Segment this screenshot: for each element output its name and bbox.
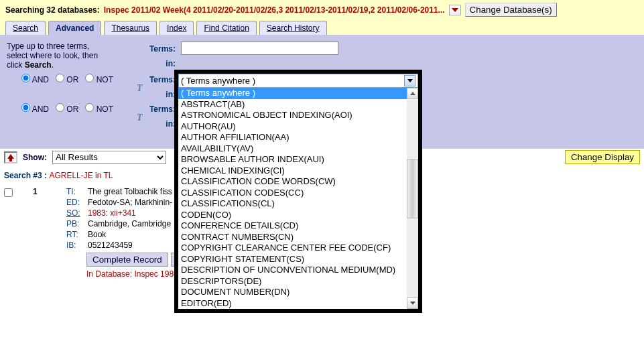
dropdown-option[interactable]: BROWSABLE AUTHOR INDEX(AUI)	[178, 154, 407, 165]
field-val-ed: Fedotov-SA; Markhinin-	[88, 198, 172, 207]
dropdown-option[interactable]: DESCRIPTION OF UNCONVENTIONAL MEDIUM(MD)	[178, 265, 407, 276]
field-tag-ib: IB:	[66, 241, 84, 250]
tab-thesaurus[interactable]: Thesaurus	[104, 21, 157, 35]
tab-row: Search Advanced Thesaurus Index Find Cit…	[0, 19, 644, 35]
not-radio-2[interactable]: NOT	[85, 74, 113, 84]
field-dropdown-overlay: ( Terms anywhere ) ( Terms anywhere )ABS…	[174, 70, 422, 292]
field-dropdown-select[interactable]: ( Terms anywhere )	[178, 74, 418, 88]
scroll-thumb[interactable]	[407, 159, 418, 218]
help-text: Type up to three terms, select where to …	[7, 42, 141, 70]
svg-marker-1	[7, 154, 14, 161]
or-radio-3[interactable]: OR	[56, 103, 78, 114]
terms-label-2: Terms:	[149, 75, 176, 84]
terms-label-1: Terms:	[141, 43, 181, 54]
or-radio-2[interactable]: OR	[56, 74, 78, 84]
change-display-button[interactable]: Change Display	[565, 150, 640, 164]
field-tag-pb: PB:	[66, 219, 84, 228]
terms-input-1[interactable]	[181, 42, 338, 55]
dropdown-option[interactable]: CONFERENCE DETAILS(CD)	[178, 220, 407, 232]
searching-count: Searching 32 databases:	[5, 5, 100, 15]
dropdown-option[interactable]: AUTHOR(AU)	[178, 121, 407, 133]
field-tag-rt: RT:	[66, 230, 84, 239]
and-radio-2[interactable]: AND	[21, 74, 49, 84]
dropdown-option[interactable]: AVAILABILITY(AV)	[178, 143, 407, 155]
show-select[interactable]: All Results	[52, 151, 166, 164]
in-label-1: in:	[141, 58, 181, 68]
dropdown-option[interactable]: ( Terms anywhere )	[178, 88, 407, 99]
and-radio-3[interactable]: AND	[21, 103, 49, 114]
terms-label-3: Terms:	[149, 105, 176, 114]
dropdown-option[interactable]: CHEMICAL INDEXING(CI)	[178, 165, 407, 177]
field-val-ib: 0521243459	[88, 241, 133, 250]
field-tag-ed: ED:	[66, 198, 84, 207]
tab-advanced[interactable]: Advanced	[48, 21, 101, 35]
scroll-top-button[interactable]	[4, 151, 17, 163]
svg-marker-2	[407, 79, 413, 82]
scroll-track[interactable]	[407, 99, 418, 292]
result-number: 1	[33, 187, 46, 196]
dropdown-option[interactable]: COPYRIGHT CLEARANCE CENTER FEE CODE(CF)	[178, 243, 407, 254]
dropdown-option[interactable]: CONTRACT NUMBERS(CN)	[178, 232, 407, 243]
svg-marker-3	[410, 92, 415, 95]
field-val-rt: Book	[88, 230, 106, 239]
tab-index[interactable]: Index	[159, 21, 194, 35]
change-database-button[interactable]: Change Database(s)	[465, 3, 557, 17]
tab-search[interactable]: Search	[5, 21, 46, 35]
not-radio-3[interactable]: NOT	[85, 103, 113, 114]
field-val-pb: Cambridge, Cambridge	[88, 219, 171, 228]
scroll-up-icon[interactable]	[407, 88, 418, 99]
database-dropdown-trigger[interactable]	[449, 5, 461, 15]
field-tag-ti: TI:	[66, 187, 84, 196]
dropdown-option[interactable]: CODEN(CO)	[178, 210, 407, 221]
complete-record-button[interactable]: Complete Record	[86, 253, 168, 267]
dropdown-option[interactable]: ASTRONOMICAL OBJECT INDEXING(AOI)	[178, 110, 407, 121]
tab-search-history[interactable]: Search History	[259, 21, 327, 35]
dropdown-option[interactable]: CLASSIFICATION CODE WORDS(CW)	[178, 176, 407, 188]
result-checkbox-1[interactable]	[4, 188, 13, 197]
dropdown-scrollbar[interactable]	[407, 88, 418, 292]
field-dropdown-list[interactable]: ( Terms anywhere )ABSTRACT(AB)ASTRONOMIC…	[178, 88, 407, 292]
dropdown-option[interactable]: CLASSIFICATION CODES(CC)	[178, 188, 407, 199]
dropdown-option[interactable]: COPYRIGHT STATEMENT(CS)	[178, 254, 407, 265]
dropdown-option[interactable]: DOCUMENT NUMBER(DN)	[178, 287, 407, 292]
chevron-down-icon[interactable]	[404, 75, 415, 86]
svg-marker-0	[452, 8, 458, 12]
show-label: Show:	[23, 153, 47, 162]
dropdown-option[interactable]: DESCRIPTORS(DE)	[178, 276, 407, 287]
dropdown-option[interactable]: AUTHOR AFFILIATION(AA)	[178, 132, 407, 143]
field-tag-so[interactable]: SO:	[66, 208, 84, 218]
tab-find-citation[interactable]: Find Citation	[196, 21, 256, 35]
field-val-so: 1983: xii+341	[88, 208, 136, 218]
dropdown-option[interactable]: CLASSIFICATIONS(CL)	[178, 198, 407, 210]
dropdown-option[interactable]: ABSTRACT(AB)	[178, 99, 407, 111]
database-names: Inspec 2011/02 Week(4 2011/02/20-2011/02…	[104, 5, 445, 15]
field-val-ti: The great Tolbachik fiss	[88, 187, 172, 196]
